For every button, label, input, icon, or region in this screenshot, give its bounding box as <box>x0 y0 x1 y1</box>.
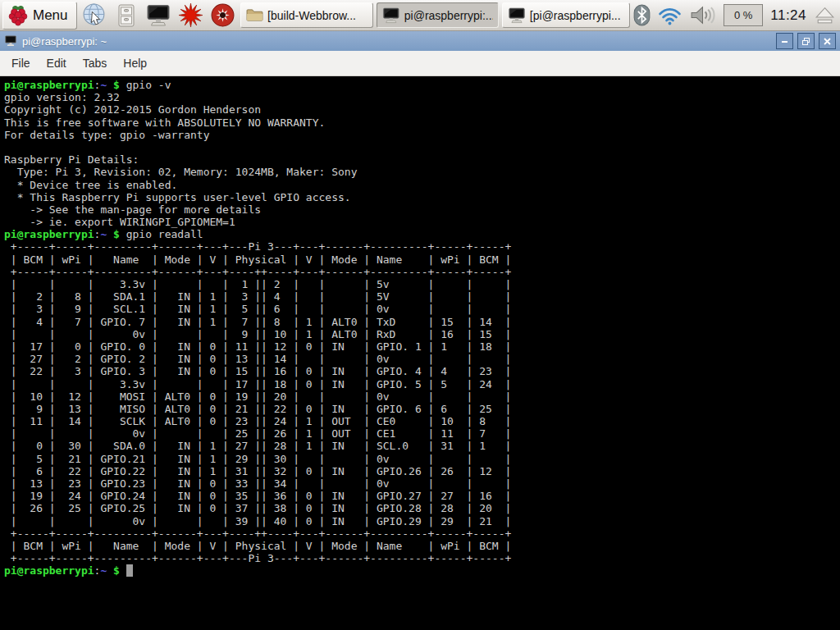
mathematica-star-icon <box>178 2 203 28</box>
terminal-line <box>4 141 840 153</box>
maximize-icon <box>801 37 810 46</box>
terminal-line: * This Raspberry Pi supports user-level … <box>4 191 840 203</box>
terminal-line: | 27 | 2 | GPIO. 2 | IN | 0 | 13 || 14 |… <box>4 353 840 365</box>
terminal-line: gpio version: 2.32 <box>4 91 840 103</box>
terminal-line: | 17 | 0 | GPIO. 0 | IN | 0 | 11 || 12 |… <box>4 340 840 353</box>
terminal-window: pi@raspberrypi: ~ <box>0 31 840 630</box>
terminal-line: pi@raspberrypi:~ $ gpio readall <box>4 228 840 240</box>
terminal-line: | 4 | 7 | GPIO. 7 | IN | 1 | 7 || 8 | 1 … <box>4 316 840 328</box>
eject-icon[interactable] <box>814 6 836 25</box>
terminal-line: +-----+-----+---------+------+---+----++… <box>4 266 840 278</box>
monitor-icon <box>508 7 526 24</box>
task-button-label: pi@raspberrypi:... <box>404 9 493 22</box>
folder-icon <box>246 8 263 22</box>
terminal-line: | 13 | 23 | GPIO.23 | IN | 0 | 33 || 34 … <box>4 477 840 490</box>
launcher-terminal[interactable] <box>144 2 173 30</box>
launcher-web-browser[interactable] <box>80 2 109 30</box>
terminal-line: +-----+-----+---------+------+---+---Pi … <box>4 240 840 253</box>
terminal-line: | 10 | 12 | MOSI | ALT0 | 0 | 19 || 20 |… <box>4 390 840 403</box>
window-title: pi@raspberrypi: ~ <box>22 35 771 48</box>
close-button[interactable] <box>819 33 836 49</box>
menu-label: Menu <box>33 7 68 24</box>
terminal-line: -> See the man-page for more details <box>4 203 840 216</box>
terminal-line: | 0 | 30 | SDA.0 | IN | 1 | 27 || 28 | 1… <box>4 440 840 452</box>
terminal-line: | BCM | wPi | Name | Mode | V | Physical… <box>4 540 840 552</box>
menu-help[interactable]: Help <box>115 53 155 73</box>
terminal-line: | 26 | 25 | GPIO.25 | IN | 0 | 37 || 38 … <box>4 502 840 514</box>
minimize-button[interactable] <box>776 33 793 49</box>
terminal-line: | 19 | 24 | GPIO.24 | IN | 0 | 35 || 36 … <box>4 490 840 502</box>
terminal-line: | 6 | 22 | GPIO.22 | IN | 1 | 31 || 32 |… <box>4 465 840 477</box>
task-button-label: [pi@raspberrypi... <box>530 9 621 22</box>
terminal-line: Raspberry Pi Details: <box>4 153 840 166</box>
terminal-line: | 2 | 8 | SDA.1 | IN | 1 | 3 || 4 | | | … <box>4 290 840 303</box>
menu-button[interactable]: Menu <box>2 2 77 30</box>
terminal-line: For details type: gpio -warranty <box>4 129 840 141</box>
launcher-mathematica[interactable] <box>176 2 205 30</box>
terminal-line: pi@raspberrypi:~ $ <box>4 564 840 577</box>
terminal-line: | 9 | 13 | MISO | ALT0 | 0 | 21 || 22 | … <box>4 403 840 415</box>
launcher-wolfram[interactable] <box>208 2 237 30</box>
terminal-line: +-----+-----+---------+------+---+----++… <box>4 527 840 540</box>
terminal-line: | 3 | 9 | SCL.1 | IN | 1 | 5 || 6 | | | … <box>4 303 840 315</box>
desktop: Menu <box>0 0 840 630</box>
file-cabinet-icon <box>116 3 137 28</box>
terminal-line: | 5 | 21 | GPIO.21 | IN | 1 | 29 || 30 |… <box>4 453 840 465</box>
terminal-line: | 22 | 3 | GPIO. 3 | IN | 0 | 15 || 16 |… <box>4 365 840 377</box>
menu-file[interactable]: File <box>3 53 39 73</box>
cpu-usage-monitor[interactable]: 0 % <box>724 4 763 26</box>
terminal-line: Copyright (c) 2012-2015 Gordon Henderson <box>4 103 840 116</box>
terminal-line: | | | 0v | | | 39 || 40 | 0 | IN | GPIO.… <box>4 515 840 527</box>
terminal-line: | | | 3.3v | | | 17 || 18 | 0 | IN | GPI… <box>4 378 840 390</box>
wifi-icon[interactable] <box>658 6 682 25</box>
taskbar-window-terminal-active[interactable]: pi@raspberrypi:... <box>377 2 499 28</box>
taskbar: Menu <box>0 0 840 31</box>
monitor-icon <box>146 4 171 27</box>
globe-icon <box>82 2 107 28</box>
terminal-line: | | | 0v | | | 9 || 10 | 1 | ALT0 | RxD … <box>4 328 840 340</box>
window-controls <box>776 33 836 49</box>
terminal-line: | BCM | wPi | Name | Mode | V | Physical… <box>4 253 840 266</box>
wolfram-icon <box>210 2 235 28</box>
taskbar-window-terminal-2[interactable]: [pi@raspberrypi... <box>502 2 630 28</box>
titlebar[interactable]: pi@raspberrypi: ~ <box>0 31 840 51</box>
menu-tabs[interactable]: Tabs <box>75 53 116 73</box>
terminal-line: | | | 3.3v | | | 1 || 2 | | | 5v | | | <box>4 278 840 290</box>
task-button-label: [build-Webbrow... <box>267 9 356 22</box>
maximize-button[interactable] <box>797 33 815 49</box>
volume-icon[interactable] <box>689 4 716 26</box>
terminal-line: Type: Pi 3, Revision: 02, Memory: 1024MB… <box>4 166 840 178</box>
close-icon <box>823 37 832 46</box>
taskbar-window-file-manager[interactable]: [build-Webbrow... <box>240 2 373 28</box>
monitor-icon <box>382 7 399 24</box>
launcher-file-manager[interactable] <box>112 2 141 30</box>
terminal-output[interactable]: pi@raspberrypi:~ $ gpio -vgpio version: … <box>0 76 840 630</box>
monitor-icon <box>4 35 17 47</box>
raspberry-logo-icon <box>8 4 28 26</box>
system-tray: 0 % 11:24 <box>633 4 838 26</box>
clock[interactable]: 11:24 <box>770 7 806 24</box>
terminal-line: | 11 | 14 | SCLK | ALT0 | 0 | 23 || 24 |… <box>4 415 840 427</box>
terminal-line: * Device tree is enabled. <box>4 179 840 191</box>
bluetooth-icon[interactable] <box>633 4 651 26</box>
menu-edit[interactable]: Edit <box>39 53 75 73</box>
cpu-usage-label: 0 % <box>734 9 752 21</box>
terminal-line: | | | 0v | | | 25 || 26 | 1 | OUT | CE1 … <box>4 427 840 440</box>
terminal-line: +-----+-----+---------+------+---+---Pi … <box>4 552 840 564</box>
terminal-line: This is free software with ABSOLUTELY NO… <box>4 116 840 129</box>
minimize-icon <box>780 37 789 46</box>
menubar: File Edit Tabs Help <box>0 51 840 76</box>
terminal-line: -> ie. export WIRINGPI_GPIOMEM=1 <box>4 216 840 228</box>
terminal-line: pi@raspberrypi:~ $ gpio -v <box>4 79 840 91</box>
